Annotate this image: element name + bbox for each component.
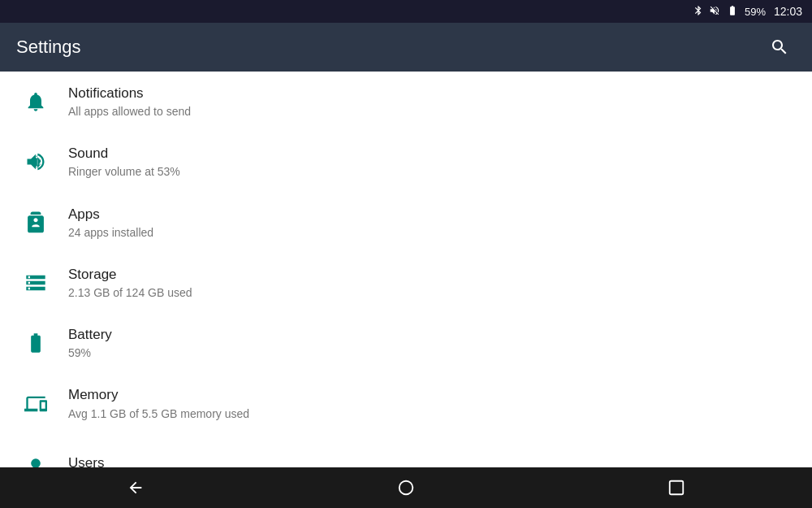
battery-setting-icon [16,332,55,354]
notifications-subtitle: All apps allowed to send [68,104,796,119]
memory-title: Memory [68,386,796,404]
notifications-icon [16,90,55,113]
signal-icon [709,5,720,19]
page-title: Settings [16,37,81,58]
notifications-text: Notifications All apps allowed to send [68,85,796,119]
status-bar: 59% 12:03 [0,0,812,23]
apps-subtitle: 24 apps installed [68,225,796,240]
sound-subtitle: Ringer volume at 53% [68,164,796,179]
apps-title: Apps [68,206,796,224]
svg-point-1 [400,481,413,495]
settings-item-memory[interactable]: Memory Avg 1.1 GB of 5.5 GB memory used [0,373,812,433]
recents-icon [667,479,685,497]
apps-icon [16,211,55,234]
users-title: Users [68,454,796,467]
notifications-title: Notifications [68,85,796,102]
storage-icon [16,271,55,294]
home-button[interactable] [365,471,447,505]
settings-item-notifications[interactable]: Notifications All apps allowed to send [0,72,812,132]
battery-title: Battery [68,326,796,344]
status-icons: 59% 12:03 [693,5,802,19]
recents-button[interactable] [635,471,718,505]
navigation-bar [0,467,812,508]
apps-text: Apps 24 apps installed [68,206,796,240]
battery-subtitle: 59% [68,345,796,360]
users-icon [16,452,55,467]
battery-icon [725,5,740,19]
battery-percentage: 59% [745,6,766,18]
clock: 12:03 [774,5,802,18]
app-bar: Settings [0,23,812,72]
storage-text: Storage 2.13 GB of 124 GB used [68,266,796,300]
memory-text: Memory Avg 1.1 GB of 5.5 GB memory used [68,386,796,420]
sound-title: Sound [68,145,796,163]
settings-item-users[interactable]: Users [0,434,812,467]
search-button[interactable] [763,31,796,63]
bluetooth-icon [693,5,704,19]
back-icon [127,479,145,497]
battery-text-block: Battery 59% [68,326,796,360]
svg-point-0 [31,458,41,467]
settings-item-apps[interactable]: Apps 24 apps installed [0,193,812,253]
sound-text: Sound Ringer volume at 53% [68,145,796,179]
sound-icon [16,150,55,173]
settings-item-battery[interactable]: Battery 59% [0,313,812,373]
search-icon [770,37,789,57]
users-text: Users [68,454,796,467]
settings-item-sound[interactable]: Sound Ringer volume at 53% [0,132,812,192]
storage-subtitle: 2.13 GB of 124 GB used [68,285,796,300]
back-button[interactable] [94,471,177,505]
storage-title: Storage [68,266,796,284]
memory-subtitle: Avg 1.1 GB of 5.5 GB memory used [68,406,796,421]
memory-icon [16,393,55,415]
settings-item-storage[interactable]: Storage 2.13 GB of 124 GB used [0,253,812,313]
svg-rect-2 [670,481,684,495]
settings-list: Notifications All apps allowed to send S… [0,72,812,467]
home-icon [397,479,415,497]
